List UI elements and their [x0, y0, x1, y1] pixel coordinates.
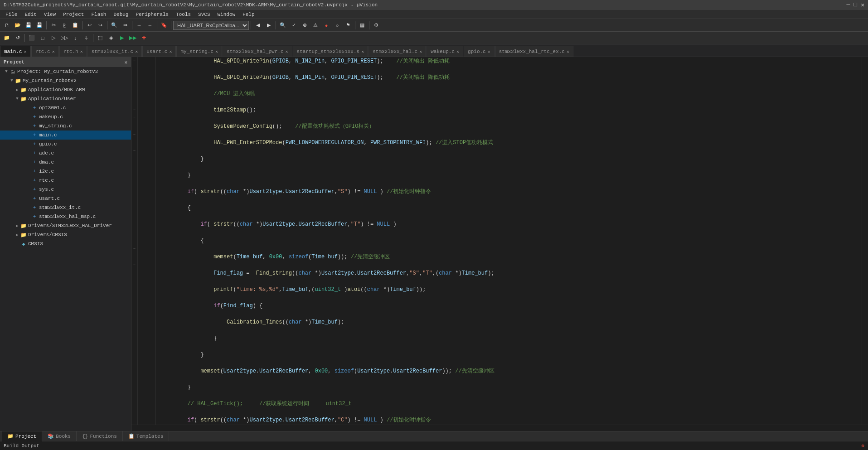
- close-button[interactable]: ✕: [861, 1, 864, 9]
- tree-opt3001-c[interactable]: + opt3001.c: [0, 103, 131, 112]
- undo-button[interactable]: ↩: [84, 20, 94, 30]
- tree-gpio-c[interactable]: + gpio.c: [0, 140, 131, 149]
- tab-close-icon[interactable]: ✕: [567, 49, 569, 54]
- fold-marker[interactable]: [131, 196, 137, 204]
- tab-close-icon[interactable]: ✕: [52, 49, 55, 54]
- settings-button[interactable]: ⚙: [371, 20, 381, 30]
- menu-svcs[interactable]: SVCS: [194, 10, 213, 19]
- save-button[interactable]: 💾: [24, 20, 34, 30]
- tab-close-icon[interactable]: ✕: [80, 49, 83, 54]
- fold-marker[interactable]: [131, 122, 137, 131]
- tab-rtc-c[interactable]: rtc.c ✕: [31, 46, 59, 57]
- fold-marker[interactable]: −: [131, 57, 137, 65]
- tab-close-icon[interactable]: ✕: [135, 49, 138, 54]
- tb2-btn12[interactable]: ▶▶: [128, 33, 138, 43]
- find-button[interactable]: 🔍: [109, 20, 119, 30]
- tree-stm32l0xx-hal-msp-c[interactable]: + stm32l0xx_hal_msp.c: [0, 212, 131, 221]
- menu-tools[interactable]: Tools: [172, 10, 194, 19]
- open-file-button[interactable]: 📂: [13, 20, 23, 30]
- error-button[interactable]: ⊗: [300, 20, 310, 30]
- copy-button[interactable]: ⎘: [59, 20, 69, 30]
- tb2-btn9[interactable]: ⬚: [95, 33, 105, 43]
- bottom-tab-books[interactable]: 📚 Books: [42, 431, 77, 441]
- fold-marker[interactable]: [131, 220, 137, 228]
- fold-marker[interactable]: −: [131, 114, 137, 122]
- menu-edit[interactable]: Edit: [21, 10, 40, 19]
- menu-debug[interactable]: Debug: [110, 10, 132, 19]
- fold-marker[interactable]: [131, 98, 137, 106]
- menu-peripherals[interactable]: Peripherals: [132, 10, 172, 19]
- tab-close-icon[interactable]: ✕: [488, 49, 490, 54]
- fold-marker[interactable]: −: [131, 245, 137, 253]
- fold-marker[interactable]: [131, 82, 137, 90]
- maximize-button[interactable]: □: [853, 1, 857, 9]
- minimize-button[interactable]: —: [847, 1, 850, 9]
- bookmark-button[interactable]: 🔖: [159, 20, 169, 30]
- tree-dma-c[interactable]: + dma.c: [0, 158, 131, 167]
- code-editor[interactable]: HAL_GPIO_WritePin(GPIOB, N_IN2_Pin, GPIO…: [156, 57, 862, 425]
- tree-app-user[interactable]: ▼ 📁 Application/User: [0, 94, 131, 103]
- tab-usart-c[interactable]: usart.c ✕: [142, 46, 176, 57]
- forward-button[interactable]: ▶: [264, 20, 274, 30]
- menu-help[interactable]: Help: [239, 10, 258, 19]
- menu-file[interactable]: File: [2, 10, 21, 19]
- tab-my-string-c[interactable]: my_string.c ✕: [176, 46, 222, 57]
- tree-my-string-c[interactable]: + my_string.c: [0, 121, 131, 131]
- sidebar-content[interactable]: ▼ 🗂 Project: My_curtain_robotV2 ▼ 📁 My_c…: [0, 67, 131, 431]
- tb2-btn8[interactable]: ⇓: [81, 33, 91, 43]
- fold-marker[interactable]: [131, 73, 137, 82]
- outdent-button[interactable]: ←: [145, 20, 155, 30]
- fold-marker[interactable]: −: [131, 106, 137, 114]
- tb2-btn10[interactable]: ◈: [106, 33, 116, 43]
- horizontal-scrollbar[interactable]: [131, 425, 868, 431]
- tab-stm32l0xx-hal-c[interactable]: stm32l0xx_hal.c ✕: [369, 46, 426, 57]
- fold-marker[interactable]: [131, 139, 137, 147]
- tab-close-icon[interactable]: ✕: [361, 49, 364, 54]
- tb2-btn11[interactable]: ▶: [117, 33, 127, 43]
- menu-view[interactable]: View: [40, 10, 59, 19]
- fold-marker[interactable]: [131, 277, 137, 285]
- tb2-btn4[interactable]: □: [38, 33, 48, 43]
- tree-drivers-cmsis[interactable]: ▶ 📁 Drivers/CMSIS: [0, 230, 131, 239]
- fold-marker[interactable]: [131, 155, 137, 163]
- warning-button[interactable]: ⚠: [310, 20, 320, 30]
- tree-sys-c[interactable]: + sys.c: [0, 185, 131, 194]
- cut-button[interactable]: ✂: [48, 20, 58, 30]
- tab-gpio-c[interactable]: gpio.c ✕: [464, 46, 495, 57]
- tree-adc-c[interactable]: + adc.c: [0, 149, 131, 158]
- tree-app-mdk-arm[interactable]: ▶ 📁 Application/MDK-ARM: [0, 85, 131, 94]
- tree-project-root[interactable]: ▼ 🗂 Project: My_curtain_robotV2: [0, 67, 131, 76]
- fold-marker[interactable]: [131, 179, 137, 188]
- tree-main-c[interactable]: + main.c: [0, 131, 131, 140]
- tb2-btn3[interactable]: ⬛: [27, 33, 37, 43]
- fold-marker[interactable]: [131, 171, 137, 179]
- sidebar-close-icon[interactable]: ✕: [124, 59, 127, 65]
- tb2-btn13[interactable]: ✚: [139, 33, 149, 43]
- indent-button[interactable]: →: [134, 20, 144, 30]
- tb2-btn6[interactable]: ▷▷: [59, 33, 69, 43]
- tree-my-curtain-robotv2[interactable]: ▼ 📁 My_curtain_robotV2: [0, 76, 131, 85]
- tree-wakeup-c[interactable]: + wakeup.c: [0, 112, 131, 121]
- fold-marker[interactable]: [131, 269, 137, 277]
- fold-marker[interactable]: −: [131, 147, 137, 155]
- active-file-dropdown[interactable]: HAL_UART_RxCpltCallba...: [173, 21, 249, 30]
- redo-button[interactable]: ↪: [95, 20, 105, 30]
- fold-marker[interactable]: [131, 294, 137, 302]
- goto-button[interactable]: ⇒: [120, 20, 130, 30]
- fold-marker[interactable]: [131, 285, 137, 294]
- bottom-tab-functions[interactable]: {} Functions: [77, 431, 123, 441]
- fold-marker[interactable]: −: [131, 131, 137, 139]
- save-all-button[interactable]: 💾: [34, 20, 44, 30]
- fold-marker[interactable]: −: [131, 261, 137, 269]
- project-btn[interactable]: 📁: [2, 33, 12, 43]
- tab-main-c[interactable]: main.c ✕: [0, 46, 31, 57]
- tree-i2c-c[interactable]: + i2c.c: [0, 167, 131, 176]
- dbg-button[interactable]: ⚑: [343, 20, 353, 30]
- fold-marker[interactable]: [131, 163, 137, 171]
- menu-project[interactable]: Project: [59, 10, 87, 19]
- tree-rtc-c[interactable]: + rtc.c: [0, 176, 131, 185]
- fold-marker[interactable]: [131, 90, 137, 98]
- bottom-tab-project[interactable]: 📁 Project: [2, 431, 42, 441]
- paste-button[interactable]: 📋: [70, 20, 80, 30]
- menu-flash[interactable]: Flash: [87, 10, 110, 19]
